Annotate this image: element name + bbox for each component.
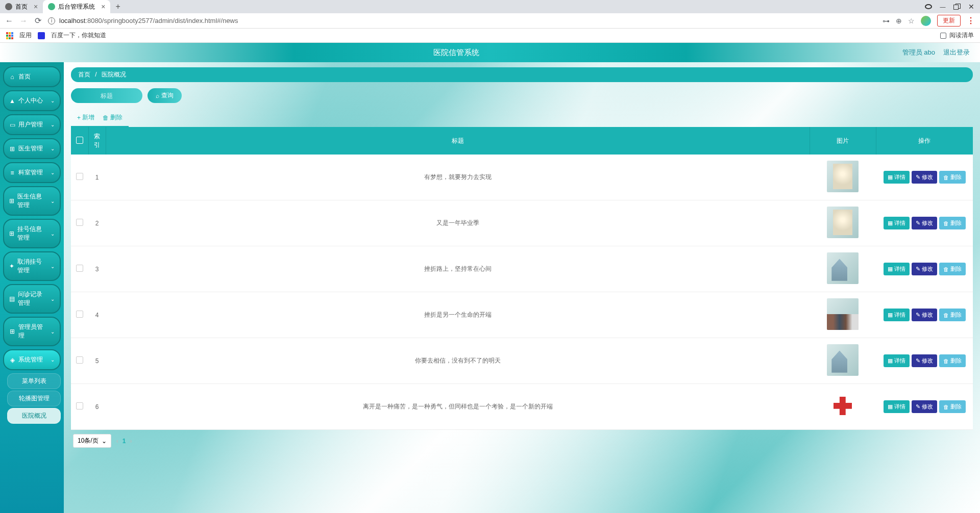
trash-icon: 🗑 <box>943 404 949 410</box>
search-button[interactable]: ⌕ 查询 <box>148 88 182 103</box>
header-image: 图片 <box>810 127 876 155</box>
detail-icon: ▦ <box>888 357 893 364</box>
row-checkbox[interactable] <box>76 311 83 318</box>
nav-doctors[interactable]: ⊞医生管理⌄ <box>3 138 61 159</box>
detail-button[interactable]: ▦ 详情 <box>884 263 910 275</box>
admin-link[interactable]: 管理员 abo <box>902 48 935 57</box>
browser-tab[interactable]: 首页 × <box>0 0 43 13</box>
breadcrumb-home[interactable]: 首页 <box>78 71 90 78</box>
users-icon: ▭ <box>9 121 15 129</box>
diamond-icon: ◈ <box>9 356 15 364</box>
search-button-label: 查询 <box>161 91 174 100</box>
data-table: 索引 标题 图片 操作 1有梦想，就要努力去实现▦ 详情✎ 修改🗑 删除2又是一… <box>71 127 973 430</box>
trash-icon: 🗑 <box>103 114 109 121</box>
close-window-icon[interactable]: ✕ <box>968 3 975 11</box>
edit-button[interactable]: ✎ 修改 <box>912 354 937 367</box>
row-delete-button[interactable]: 🗑 删除 <box>939 263 966 275</box>
prev-page-icon[interactable]: ‹ <box>116 438 118 445</box>
row-thumbnail <box>827 207 859 238</box>
nav-admin[interactable]: ⊞管理员管理⌄ <box>3 317 61 346</box>
row-checkbox[interactable] <box>76 402 83 409</box>
minimize-icon[interactable]: — <box>939 4 946 10</box>
detail-button[interactable]: ▦ 详情 <box>884 400 910 413</box>
nav-doctor-info[interactable]: ⊞医生信息管理⌄ <box>3 186 61 216</box>
account-icon[interactable] <box>925 4 932 9</box>
maximize-icon[interactable] <box>953 4 961 10</box>
update-button[interactable]: 更新 <box>937 15 961 27</box>
apps-label[interactable]: 应用 <box>19 31 32 40</box>
bookmark-baidu[interactable]: 百度一下，你就知道 <box>51 31 106 40</box>
browser-tab-active[interactable]: 后台管理系统 × <box>43 0 110 13</box>
url-host: localhost <box>59 17 85 24</box>
nav-carousel[interactable]: 轮播图管理 <box>7 391 61 406</box>
profile-avatar[interactable] <box>921 16 931 26</box>
edit-button[interactable]: ✎ 修改 <box>912 400 937 413</box>
edit-icon: ✎ <box>916 220 920 226</box>
apps-icon[interactable] <box>6 32 13 39</box>
nav-menu-list[interactable]: 菜单列表 <box>7 373 61 389</box>
logout-link[interactable]: 退出登录 <box>943 48 970 57</box>
grid-icon: ⊞ <box>9 328 15 335</box>
row-thumbnail <box>827 344 859 376</box>
nav-consult[interactable]: ▤问诊记录管理⌄ <box>3 284 61 314</box>
row-checkbox[interactable] <box>76 265 83 272</box>
edit-button[interactable]: ✎ 修改 <box>912 217 937 229</box>
close-icon[interactable]: × <box>34 3 38 11</box>
nav-departments[interactable]: ≡科室管理⌄ <box>3 162 61 183</box>
row-checkbox[interactable] <box>76 219 83 226</box>
back-icon[interactable]: ← <box>5 16 13 25</box>
add-button[interactable]: +新增 <box>77 113 94 122</box>
next-page-icon[interactable]: › <box>130 438 132 445</box>
grid-icon: ⊞ <box>9 145 15 152</box>
reload-icon[interactable]: ⟳ <box>34 16 42 25</box>
trash-icon: 🗑 <box>943 220 949 226</box>
nav-home[interactable]: ⌂首页 <box>3 66 61 87</box>
nav-users[interactable]: ▭用户管理⌄ <box>3 114 61 135</box>
new-tab-button[interactable]: + <box>110 2 125 11</box>
row-index: 3 <box>88 246 106 292</box>
reading-list[interactable]: 阅读清单 <box>940 31 974 40</box>
detail-button[interactable]: ▦ 详情 <box>884 217 910 229</box>
nav-hospital-overview[interactable]: 医院概况 <box>7 408 61 424</box>
header-checkbox[interactable] <box>71 127 88 155</box>
row-delete-button[interactable]: 🗑 删除 <box>939 309 966 321</box>
edit-icon: ✎ <box>916 403 920 410</box>
nav-cancel-reg[interactable]: ✦取消挂号管理⌄ <box>3 251 61 281</box>
delete-button[interactable]: 🗑删除 <box>103 113 122 122</box>
page-size-select[interactable]: 10条/页 ⌄ <box>73 434 111 448</box>
url-input[interactable]: i localhost:8080/springbooty2577/admin/d… <box>48 17 876 24</box>
current-page[interactable]: 1 <box>122 438 126 445</box>
nav-registration[interactable]: ⊞挂号信息管理⌄ <box>3 219 61 248</box>
row-checkbox[interactable] <box>76 173 83 180</box>
doc-icon: ▤ <box>9 295 15 302</box>
nav-personal[interactable]: ▲个人中心⌄ <box>3 90 61 111</box>
edit-button[interactable]: ✎ 修改 <box>912 263 937 275</box>
key-icon[interactable]: ⊶ <box>883 17 890 25</box>
row-checkbox[interactable] <box>76 356 83 364</box>
detail-button[interactable]: ▦ 详情 <box>884 171 910 184</box>
grid-icon: ⊞ <box>9 230 14 237</box>
nav-label: 首页 <box>18 72 31 81</box>
edit-icon: ✎ <box>916 357 920 364</box>
row-delete-button[interactable]: 🗑 删除 <box>939 171 966 184</box>
star-icon[interactable]: ☆ <box>908 17 915 25</box>
zoom-icon[interactable]: ⊕ <box>896 17 902 25</box>
row-delete-button[interactable]: 🗑 删除 <box>939 354 966 367</box>
edit-button[interactable]: ✎ 修改 <box>912 171 937 184</box>
table-row: 2又是一年毕业季▦ 详情✎ 修改🗑 删除 <box>71 200 973 246</box>
row-title: 挫折路上，坚持常在心间 <box>106 246 810 292</box>
row-delete-button[interactable]: 🗑 删除 <box>939 400 966 413</box>
nav-system[interactable]: ◈系统管理⌄ <box>3 349 61 370</box>
site-info-icon[interactable]: i <box>48 17 55 24</box>
chevron-down-icon: ⌄ <box>51 122 55 127</box>
close-icon[interactable]: × <box>101 3 105 11</box>
baidu-icon <box>38 32 45 39</box>
detail-button[interactable]: ▦ 详情 <box>884 354 910 367</box>
forward-icon[interactable]: → <box>19 16 28 25</box>
detail-button[interactable]: ▦ 详情 <box>884 309 910 321</box>
detail-icon: ▦ <box>888 312 893 318</box>
menu-icon[interactable]: ⋮ <box>967 16 975 25</box>
row-delete-button[interactable]: 🗑 删除 <box>939 217 966 229</box>
edit-button[interactable]: ✎ 修改 <box>912 309 937 321</box>
search-input[interactable] <box>71 88 142 103</box>
